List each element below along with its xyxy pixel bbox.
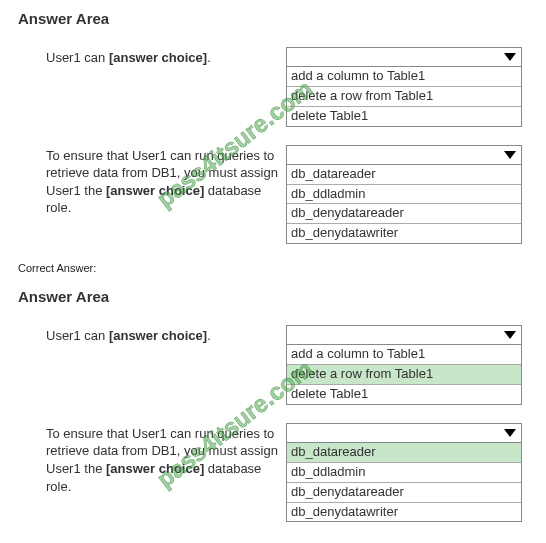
list-item[interactable]: db_denydatareader bbox=[287, 203, 521, 223]
dropdown-2[interactable]: db_datareader db_ddladmin db_denydatarea… bbox=[286, 145, 522, 245]
list-item[interactable]: delete Table1 bbox=[287, 106, 521, 126]
list-item[interactable]: delete Table1 bbox=[287, 384, 521, 404]
chevron-down-icon bbox=[503, 52, 517, 62]
page-title: Answer Area bbox=[18, 288, 528, 305]
answer-section: Answer Area User1 can [answer choice]. a… bbox=[0, 278, 546, 522]
answer-row-1: User1 can [answer choice]. add a column … bbox=[18, 325, 528, 405]
list-item[interactable]: add a column to Table1 bbox=[287, 67, 521, 86]
dropdown-2-list: db_datareader db_ddladmin db_denydatarea… bbox=[286, 165, 522, 245]
chevron-down-icon bbox=[503, 330, 517, 340]
prompt-1-bold: [answer choice] bbox=[109, 50, 207, 65]
list-item[interactable]: db_datareader bbox=[287, 443, 521, 462]
prompt-1-pre: User1 can bbox=[46, 50, 109, 65]
dropdown-2-list-answer: db_datareader db_ddladmin db_denydatarea… bbox=[286, 443, 522, 523]
dropdown-1-header[interactable] bbox=[286, 325, 522, 345]
dropdown-1[interactable]: add a column to Table1 delete a row from… bbox=[286, 47, 522, 127]
prompt-2-bold: [answer choice] bbox=[106, 183, 204, 198]
dropdown-1-header[interactable] bbox=[286, 47, 522, 67]
prompt-1-post: . bbox=[207, 328, 211, 343]
dropdown-2-header[interactable] bbox=[286, 423, 522, 443]
list-item[interactable]: db_ddladmin bbox=[287, 462, 521, 482]
dropdown-2-answer[interactable]: db_datareader db_ddladmin db_denydatarea… bbox=[286, 423, 522, 523]
page-title: Answer Area bbox=[18, 10, 528, 27]
prompt-2: To ensure that User1 can run queries to … bbox=[18, 145, 286, 217]
list-item[interactable]: delete a row from Table1 bbox=[287, 86, 521, 106]
list-item[interactable]: delete a row from Table1 bbox=[287, 364, 521, 384]
list-item[interactable]: db_denydatawriter bbox=[287, 502, 521, 522]
list-item[interactable]: db_ddladmin bbox=[287, 184, 521, 204]
dropdown-1-list: add a column to Table1 delete a row from… bbox=[286, 67, 522, 127]
chevron-down-icon bbox=[503, 150, 517, 160]
svg-marker-3 bbox=[504, 429, 516, 437]
prompt-1-post: . bbox=[207, 50, 211, 65]
prompt-1-pre: User1 can bbox=[46, 328, 109, 343]
list-item[interactable]: db_datareader bbox=[287, 165, 521, 184]
correct-answer-label: Correct Answer: bbox=[0, 262, 546, 274]
svg-marker-1 bbox=[504, 151, 516, 159]
list-item[interactable]: db_denydatareader bbox=[287, 482, 521, 502]
question-section: Answer Area User1 can [answer choice]. a… bbox=[0, 0, 546, 244]
svg-marker-0 bbox=[504, 53, 516, 61]
prompt-1: User1 can [answer choice]. bbox=[18, 325, 286, 345]
prompt-2: To ensure that User1 can run queries to … bbox=[18, 423, 286, 495]
dropdown-1-list-answer: add a column to Table1 delete a row from… bbox=[286, 345, 522, 405]
prompt-1-bold: [answer choice] bbox=[109, 328, 207, 343]
dropdown-2-header[interactable] bbox=[286, 145, 522, 165]
question-row-1: User1 can [answer choice]. add a column … bbox=[18, 47, 528, 127]
prompt-2-bold: [answer choice] bbox=[106, 461, 204, 476]
prompt-1: User1 can [answer choice]. bbox=[18, 47, 286, 67]
list-item[interactable]: add a column to Table1 bbox=[287, 345, 521, 364]
dropdown-1-answer[interactable]: add a column to Table1 delete a row from… bbox=[286, 325, 522, 405]
list-item[interactable]: db_denydatawriter bbox=[287, 223, 521, 243]
answer-row-2: To ensure that User1 can run queries to … bbox=[18, 423, 528, 523]
chevron-down-icon bbox=[503, 428, 517, 438]
question-row-2: To ensure that User1 can run queries to … bbox=[18, 145, 528, 245]
svg-marker-2 bbox=[504, 331, 516, 339]
